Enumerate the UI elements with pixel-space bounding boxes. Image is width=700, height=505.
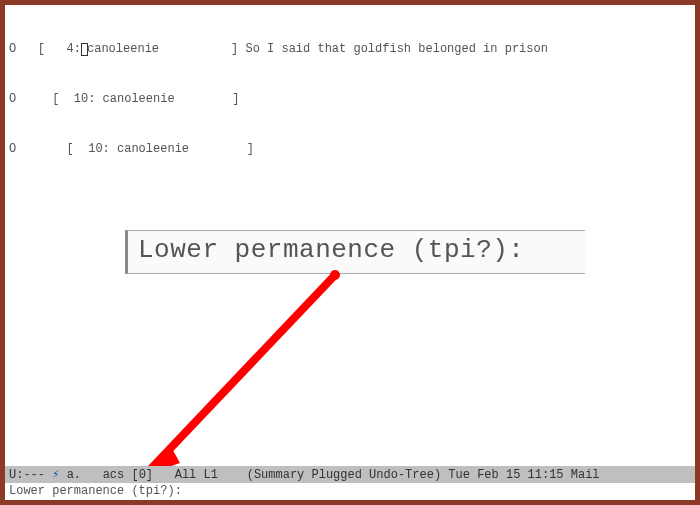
buffer-content[interactable]: O [ 4:canoleenie ] So I said that goldfi… [5,5,695,194]
annotation-arrow [125,265,385,490]
row-text: O [ 10: canoleenie ] [9,92,239,106]
minibuffer[interactable]: Lower permanence (tpi?): [5,483,695,500]
summary-row[interactable]: O [ 10: canoleenie ] [9,91,691,108]
row-prefix: O [ 4: [9,42,81,56]
summary-row[interactable]: O [ 10: canoleenie ] [9,141,691,158]
modeline-status: U:--- [9,468,52,482]
minibuffer-prompt: Lower permanence (tpi?): [9,484,182,498]
row-user: canoleenie [87,42,159,56]
editor-window: O [ 4:canoleenie ] So I said that goldfi… [5,5,695,500]
row-suffix: ] So I said that goldfish belonged in pr… [159,42,548,56]
modeline: U:--- ⚡ a. acs [0] All L1 (Summary Plugg… [5,466,695,483]
svg-line-0 [145,275,335,475]
modeline-buffer-name: a. acs [0] [59,468,153,482]
row-text: O [ 10: canoleenie ] [9,142,254,156]
modeline-info: All L1 (Summary Plugged Undo-Tree) Tue F… [153,468,599,482]
summary-row[interactable]: O [ 4:canoleenie ] So I said that goldfi… [9,41,691,58]
callout-magnified-prompt: Lower permanence (tpi?): [125,230,585,274]
callout-text: Lower permanence (tpi?): [138,235,524,265]
